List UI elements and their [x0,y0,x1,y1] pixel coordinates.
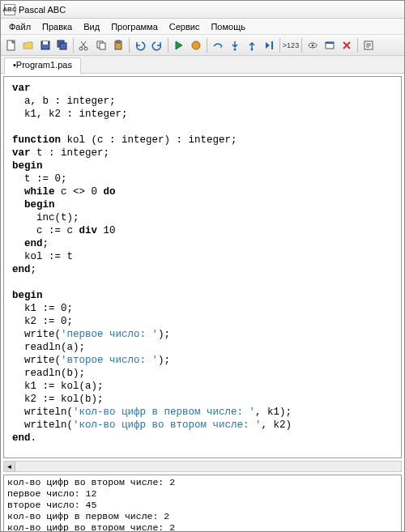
output-window-icon[interactable] [322,37,338,53]
menu-help[interactable]: Помощь [206,20,250,33]
separator [279,38,280,53]
save-icon[interactable] [37,37,53,53]
svg-point-13 [251,48,254,50]
menu-bar: Файл Правка Вид Программа Сервис Помощь [1,19,404,35]
separator [301,38,302,53]
new-icon[interactable] [3,37,19,53]
title-bar: ABC Pascal ABC [1,1,404,19]
separator [168,38,168,53]
step-over-icon[interactable] [210,37,226,53]
svg-rect-4 [60,43,66,49]
watch-icon[interactable] [305,37,321,53]
separator [73,38,74,53]
toolbar: >123 [1,35,404,56]
run-icon[interactable] [171,37,187,53]
scroll-left-icon[interactable]: ◄ [4,462,15,471]
svg-rect-10 [117,40,120,43]
help-icon[interactable] [360,37,377,53]
redo-icon[interactable] [149,37,165,53]
tab-program1[interactable]: •Program1.pas [4,57,81,74]
close-output-icon[interactable] [339,37,355,53]
menu-service[interactable]: Сервис [164,20,205,33]
svg-rect-8 [100,43,105,49]
cut-icon[interactable] [76,37,92,53]
window-title: Pascal ABC [19,5,66,15]
svg-rect-14 [271,41,273,49]
save-all-icon[interactable] [54,37,70,53]
svg-point-16 [312,44,314,46]
stop-icon[interactable] [188,37,204,53]
svg-rect-18 [326,42,334,44]
paste-icon[interactable] [110,37,126,53]
step-out-icon[interactable] [244,37,260,53]
toggle-breakpoint-icon[interactable]: >123 [283,37,299,53]
undo-icon[interactable] [132,37,148,53]
menu-file[interactable]: Файл [4,20,36,33]
step-into-icon[interactable] [227,37,243,53]
menu-view[interactable]: Вид [79,20,104,33]
open-icon[interactable] [20,37,36,53]
horizontal-scrollbar[interactable]: ◄ [3,461,402,472]
copy-icon[interactable] [93,37,109,53]
menu-program[interactable]: Программа [106,20,163,33]
code-editor[interactable]: var a, b : integer; k1, k2 : integer; fu… [3,76,402,458]
svg-point-11 [192,41,200,49]
svg-point-12 [234,48,237,50]
separator [129,38,130,53]
menu-edit[interactable]: Правка [37,20,77,33]
tab-bar: •Program1.pas [1,56,404,74]
run-to-cursor-icon[interactable] [261,37,277,53]
app-icon: ABC [4,4,15,15]
separator [357,38,358,53]
output-panel[interactable]: кол-во цифр во втором числе: 2 первое чи… [3,475,402,532]
separator [207,38,207,53]
svg-rect-2 [43,41,48,45]
